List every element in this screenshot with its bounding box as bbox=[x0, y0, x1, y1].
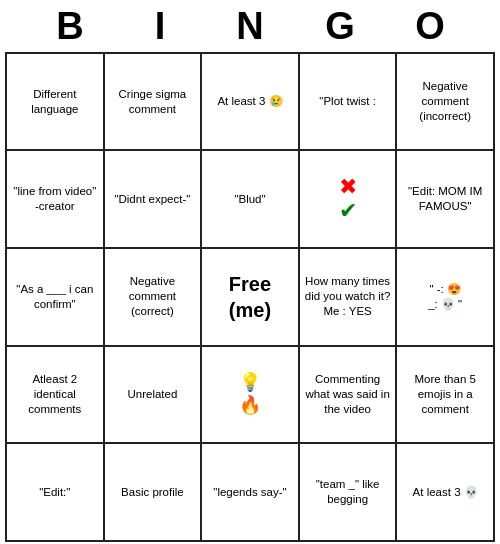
cross-check-cell: ✖✔ bbox=[339, 176, 357, 222]
bingo-cell-10: "As a ___ i can confirm" bbox=[7, 249, 105, 347]
cell-text: Different language bbox=[10, 87, 100, 117]
bingo-grid: Different languageCringe sigma commentAt… bbox=[5, 52, 495, 542]
green-check-icon: ✔ bbox=[339, 200, 357, 222]
cell-text: "line from video" -creator bbox=[10, 184, 100, 214]
cell-text: How many times did you watch it? Me : YE… bbox=[303, 274, 393, 319]
cell-text: Atleast 2 identical comments bbox=[10, 372, 100, 417]
cell-text: Unrelated bbox=[127, 387, 177, 402]
bingo-letter-b: B bbox=[25, 6, 115, 48]
cell-text: "As a ___ i can confirm" bbox=[10, 282, 100, 312]
bingo-cell-13: How many times did you watch it? Me : YE… bbox=[300, 249, 398, 347]
cell-text: 💡🔥 bbox=[239, 371, 261, 418]
bingo-cell-20: "Edit:" bbox=[7, 444, 105, 542]
bingo-container: BINGO Different languageCringe sigma com… bbox=[5, 6, 495, 542]
bingo-cell-6: "Didnt expect-" bbox=[105, 151, 203, 249]
bingo-cell-15: Atleast 2 identical comments bbox=[7, 347, 105, 445]
bingo-cell-12: Free(me) bbox=[202, 249, 300, 347]
bingo-cell-2: At least 3 😢 bbox=[202, 54, 300, 152]
cell-text: "Didnt expect-" bbox=[114, 192, 190, 207]
bingo-cell-11: Negative comment (correct) bbox=[105, 249, 203, 347]
bingo-cell-24: At least 3 💀 bbox=[397, 444, 495, 542]
bingo-cell-3: "Plot twist : bbox=[300, 54, 398, 152]
cell-text: Commenting what was said in the video bbox=[303, 372, 393, 417]
bingo-cell-17: 💡🔥 bbox=[202, 347, 300, 445]
bingo-letter-g: G bbox=[295, 6, 385, 48]
cell-text: "Blud" bbox=[234, 192, 265, 207]
bingo-cell-14: " -: 😍 _: 💀 " bbox=[397, 249, 495, 347]
bingo-letter-n: N bbox=[205, 6, 295, 48]
bingo-cell-23: "team _" like begging bbox=[300, 444, 398, 542]
cell-text: Cringe sigma comment bbox=[108, 87, 198, 117]
red-x-icon: ✖ bbox=[339, 176, 357, 198]
bingo-cell-8: ✖✔ bbox=[300, 151, 398, 249]
cell-text: Free(me) bbox=[229, 271, 271, 323]
cell-text: At least 3 😢 bbox=[217, 94, 282, 109]
bingo-cell-22: "legends say-" bbox=[202, 444, 300, 542]
cell-text: Negative comment (incorrect) bbox=[400, 79, 490, 124]
cell-text: "Plot twist : bbox=[319, 94, 375, 109]
bingo-cell-5: "line from video" -creator bbox=[7, 151, 105, 249]
cell-text: Basic profile bbox=[121, 485, 184, 500]
bingo-cell-16: Unrelated bbox=[105, 347, 203, 445]
bingo-cell-4: Negative comment (incorrect) bbox=[397, 54, 495, 152]
bingo-cell-7: "Blud" bbox=[202, 151, 300, 249]
cell-text: " -: 😍 _: 💀 " bbox=[428, 282, 462, 312]
bingo-cell-21: Basic profile bbox=[105, 444, 203, 542]
bingo-letter-i: I bbox=[115, 6, 205, 48]
bingo-letter-o: O bbox=[385, 6, 475, 48]
cell-text: More than 5 emojis in a comment bbox=[400, 372, 490, 417]
cell-text: Negative comment (correct) bbox=[108, 274, 198, 319]
bingo-cell-18: Commenting what was said in the video bbox=[300, 347, 398, 445]
cell-text: At least 3 💀 bbox=[413, 485, 478, 500]
cell-text: "team _" like begging bbox=[303, 477, 393, 507]
bingo-cell-1: Cringe sigma comment bbox=[105, 54, 203, 152]
bingo-header: BINGO bbox=[5, 6, 495, 48]
cell-text: "Edit: MOM IM FAMOUS" bbox=[400, 184, 490, 214]
bingo-cell-0: Different language bbox=[7, 54, 105, 152]
bingo-cell-19: More than 5 emojis in a comment bbox=[397, 347, 495, 445]
bingo-cell-9: "Edit: MOM IM FAMOUS" bbox=[397, 151, 495, 249]
cell-text: "Edit:" bbox=[39, 485, 70, 500]
cell-text: "legends say-" bbox=[213, 485, 286, 500]
